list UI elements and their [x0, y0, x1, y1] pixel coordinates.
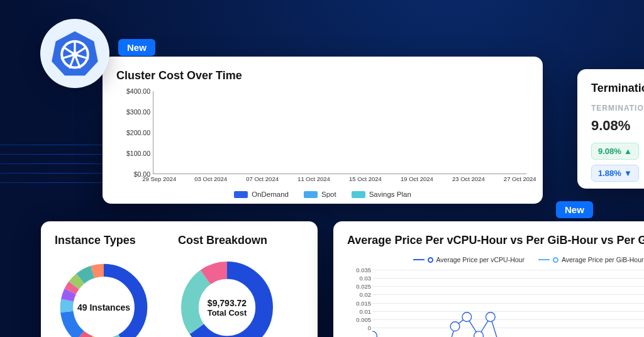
termination-pill-up: 9.08% ▲ [591, 143, 639, 160]
instance-types-donut[interactable]: 49 Instances [55, 258, 153, 337]
cost-breakdown-donut[interactable]: $9,793.72 Total Cost [178, 258, 276, 337]
svg-point-31 [450, 322, 460, 331]
instances-card: Instance Types 49 Instances Cost Breakdo… [41, 221, 318, 337]
termination-card: Termination TERMINATION 9.08% 9.08% ▲ 1.… [577, 69, 644, 189]
svg-point-24 [372, 331, 377, 337]
cluster-cost-card: Cluster Cost Over Time $0.00$100.00$200.… [103, 57, 543, 204]
avg-price-card: Average Price Per vCPU-Hour vs Per GiB-H… [333, 221, 644, 337]
chart-legend: Average Price per vCPU-Hour Average Pric… [347, 256, 644, 263]
chart-legend: OnDemandSpotSavings Plan [116, 191, 529, 198]
termination-value: 9.08% [591, 118, 644, 134]
kubernetes-logo [40, 19, 109, 88]
termination-pill-down: 1.88% ▼ [591, 165, 639, 182]
card-title: Average Price Per vCPU-Hour vs Per GiB-H… [347, 234, 644, 247]
triangle-up-icon: ▲ [624, 146, 632, 156]
line-chart[interactable]: 00.0050.010.0150.020.0250.030.035 [372, 270, 644, 328]
stacked-bar-chart[interactable]: $0.00$100.00$200.00$300.00$400.00 29 Sep… [116, 91, 529, 174]
svg-point-32 [462, 312, 472, 322]
card-title: Cost Breakdown [178, 234, 276, 247]
new-badge: New [556, 201, 593, 218]
termination-subtitle: TERMINATION [591, 104, 644, 113]
svg-point-34 [486, 312, 495, 322]
new-badge: New [118, 39, 155, 56]
card-title: Cluster Cost Over Time [116, 69, 529, 82]
card-title: Termination [591, 82, 644, 95]
donut-center-label: $9,793.72 Total Cost [178, 258, 276, 337]
svg-point-33 [474, 331, 484, 337]
donut-center-label: 49 Instances [55, 258, 153, 337]
triangle-down-icon: ▼ [624, 168, 632, 178]
card-title: Instance Types [55, 234, 153, 247]
